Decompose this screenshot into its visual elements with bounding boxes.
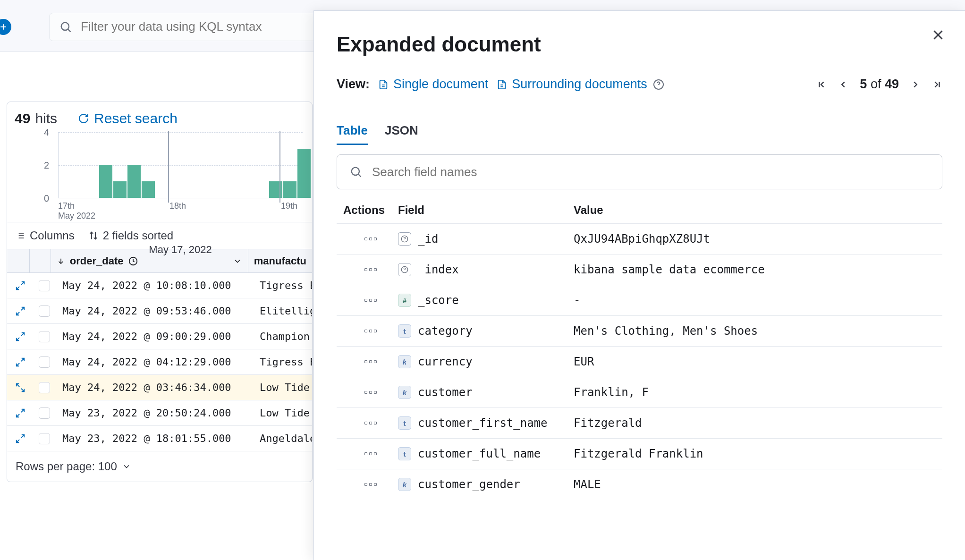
expand-row-button[interactable] — [7, 408, 33, 418]
field-name: customer_first_name — [418, 416, 548, 430]
field-search-input[interactable] — [372, 165, 930, 179]
table-row[interactable]: May 24, 2022 @ 04:12:29.000Tigress E — [7, 349, 312, 375]
field-row: kcustomer_genderMALE — [337, 469, 942, 500]
field-value: kibana_sample_data_ecommerce — [574, 263, 936, 276]
table-row[interactable]: May 24, 2022 @ 09:53:46.000Elitellig — [7, 298, 312, 324]
cell-order-date: May 24, 2022 @ 10:08:10.000 — [57, 280, 254, 291]
row-checkbox[interactable] — [39, 280, 50, 291]
close-flyout-button[interactable] — [930, 27, 946, 43]
field-value: Fitzgerald Franklin — [574, 447, 936, 460]
expand-icon — [15, 306, 25, 316]
expand-row-button[interactable] — [7, 357, 33, 367]
tab-json[interactable]: JSON — [385, 123, 418, 145]
chevron-down-icon[interactable] — [233, 256, 242, 266]
field-row: _indexkibana_sample_data_ecommerce — [337, 254, 942, 285]
cell-order-date: May 24, 2022 @ 09:00:29.000 — [57, 331, 254, 342]
cell-order-date: May 23, 2022 @ 20:50:24.000 — [57, 407, 254, 419]
next-page-icon[interactable] — [910, 79, 921, 90]
expand-row-button[interactable] — [7, 382, 33, 393]
row-checkbox[interactable] — [39, 433, 50, 444]
field-type-badge: t — [398, 416, 411, 430]
field-actions-button[interactable] — [364, 360, 377, 363]
sort-button[interactable]: 2 fields sorted — [89, 229, 173, 242]
expand-icon — [15, 357, 25, 367]
row-checkbox[interactable] — [39, 331, 50, 342]
search-icon — [59, 20, 72, 34]
single-document-link[interactable]: Single document — [378, 77, 488, 92]
svg-point-0 — [61, 22, 69, 30]
cell-manufacturer: Tigress E — [254, 356, 312, 368]
chevron-down-icon[interactable] — [122, 462, 131, 471]
field-actions-button[interactable] — [364, 422, 377, 424]
histogram-bar[interactable] — [127, 165, 141, 198]
field-actions-button[interactable] — [364, 452, 377, 455]
histogram-bar[interactable] — [142, 181, 155, 198]
field-name: _score — [418, 294, 459, 307]
svg-point-3 — [352, 168, 359, 175]
field-actions-button[interactable] — [364, 330, 377, 332]
field-type-badge: t — [398, 447, 411, 460]
table-row[interactable]: May 24, 2022 @ 10:08:10.000Tigress E — [7, 273, 312, 298]
expand-icon — [15, 433, 25, 444]
table-row[interactable]: May 24, 2022 @ 03:46:34.000Low Tide — [7, 375, 312, 400]
row-checkbox[interactable] — [39, 407, 50, 419]
expand-row-button[interactable] — [7, 280, 33, 291]
field-actions-button[interactable] — [364, 268, 377, 271]
expand-row-button[interactable] — [7, 306, 33, 316]
field-row: tcustomer_first_nameFitzgerald — [337, 407, 942, 438]
columns-button[interactable]: Columns — [16, 229, 75, 242]
table-row[interactable]: May 23, 2022 @ 18:01:55.000Angeldale — [7, 426, 312, 451]
expand-row-button[interactable] — [7, 433, 33, 444]
cell-order-date: May 24, 2022 @ 04:12:29.000 — [57, 356, 254, 368]
first-page-icon[interactable] — [816, 79, 827, 90]
field-type-badge: k — [398, 386, 411, 399]
field-name: customer_full_name — [418, 447, 541, 460]
cell-manufacturer: Tigress E — [254, 280, 312, 291]
surrounding-documents-link[interactable]: Surrounding documents — [497, 77, 647, 92]
field-type-badge: # — [398, 294, 411, 307]
table-row[interactable]: May 23, 2022 @ 20:50:24.000Low Tide — [7, 400, 312, 426]
field-type-badge: k — [398, 478, 411, 491]
field-actions-button[interactable] — [364, 391, 377, 394]
view-label: View: — [337, 77, 370, 92]
kql-filter-input[interactable] — [81, 19, 341, 34]
refresh-icon — [78, 113, 89, 124]
help-icon[interactable] — [653, 79, 664, 90]
field-actions-button[interactable] — [364, 483, 377, 486]
cell-order-date: May 23, 2022 @ 18:01:55.000 — [57, 433, 254, 444]
row-checkbox[interactable] — [39, 356, 50, 368]
search-icon — [349, 165, 363, 178]
rows-per-page-button[interactable]: Rows per page: 100 — [16, 460, 117, 473]
date-histogram-chart[interactable]: 420 17thMay 2022 18th 19th May 17, 2022 — [7, 132, 312, 222]
field-name: _id — [418, 232, 438, 246]
cell-manufacturer: Low Tide — [254, 407, 312, 419]
field-type-badge: t — [398, 324, 411, 338]
expand-icon — [15, 280, 25, 291]
reset-search-link[interactable]: Reset search — [78, 110, 178, 127]
field-header-field: Field — [398, 204, 574, 217]
list-icon — [16, 231, 25, 240]
row-checkbox[interactable] — [39, 382, 50, 393]
last-page-icon[interactable] — [932, 79, 942, 90]
field-row: tcustomer_full_nameFitzgerald Franklin — [337, 438, 942, 469]
tab-table[interactable]: Table — [337, 123, 368, 145]
histogram-bar[interactable] — [297, 149, 311, 198]
histogram-bar[interactable] — [283, 181, 296, 198]
field-value: EUR — [574, 355, 936, 368]
prev-page-icon[interactable] — [838, 79, 848, 90]
histogram-bar[interactable] — [113, 181, 127, 198]
column-header-order-date[interactable]: order_date — [51, 249, 248, 272]
histogram-bar[interactable] — [99, 165, 112, 198]
add-filter-button[interactable] — [0, 19, 11, 35]
field-header-value: Value — [574, 204, 936, 217]
table-row[interactable]: May 24, 2022 @ 09:00:29.000Champion — [7, 324, 312, 349]
field-name: category — [418, 324, 473, 338]
results-panel: 49 hits Reset search 420 17thMay 2022 18… — [7, 102, 313, 482]
hits-label: hits — [35, 110, 57, 127]
cell-manufacturer: Low Tide — [254, 382, 312, 393]
expand-row-button[interactable] — [7, 331, 33, 342]
field-actions-button[interactable] — [364, 238, 377, 240]
kql-filter-container — [49, 13, 351, 41]
row-checkbox[interactable] — [39, 305, 50, 317]
field-actions-button[interactable] — [364, 299, 377, 302]
